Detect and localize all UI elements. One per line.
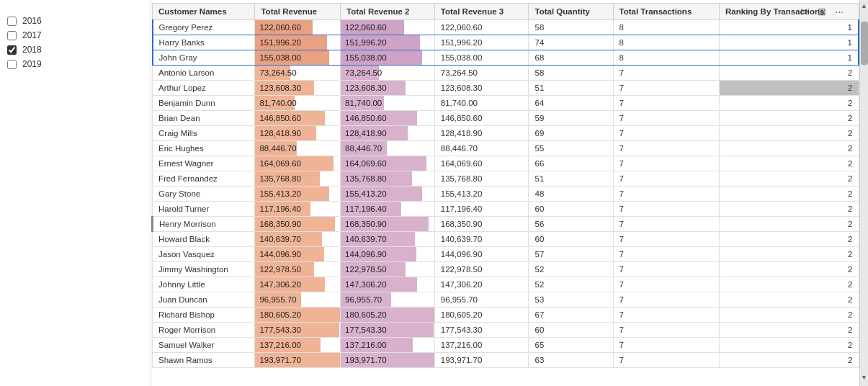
customer-name-cell: Craig Mills bbox=[153, 126, 255, 141]
total-revenue2-cell: 117,196.40 bbox=[341, 202, 435, 217]
scrollbar-thumb[interactable] bbox=[861, 22, 868, 65]
table-row: Jason Vasquez144,096.90144,096.90144,096… bbox=[153, 247, 859, 262]
total-revenue3-cell: 128,418.90 bbox=[434, 126, 529, 141]
total-revenue3-cell: 73,264.50 bbox=[434, 66, 529, 81]
total-transactions-cell: 8 bbox=[613, 35, 720, 50]
table-row: John Gray155,038.00155,038.00155,038.006… bbox=[153, 50, 859, 66]
total-transactions-cell: 8 bbox=[613, 20, 720, 35]
customer-name-cell: Ernest Wagner bbox=[153, 156, 255, 171]
col-header-total-revenue-2[interactable]: Total Revenue 2 bbox=[341, 4, 435, 20]
total-quantity-cell: 55 bbox=[529, 141, 613, 156]
total-transactions-cell: 7 bbox=[613, 66, 720, 81]
col-header-total-transactions[interactable]: Total Transactions bbox=[613, 4, 720, 20]
total-transactions-cell: 7 bbox=[613, 171, 720, 187]
total-revenue3-cell: 147,306.20 bbox=[434, 277, 529, 292]
total-revenue-cell: 180,605.20 bbox=[255, 308, 341, 323]
total-revenue3-cell: 155,413.20 bbox=[434, 187, 529, 202]
total-revenue3-cell: 144,096.90 bbox=[434, 247, 529, 262]
total-revenue-cell: 128,418.90 bbox=[255, 126, 341, 141]
vertical-scrollbar[interactable]: ▲ ▼ bbox=[859, 0, 868, 386]
ranking-cell: 2 bbox=[720, 232, 859, 247]
total-revenue3-cell: 140,639.70 bbox=[434, 232, 529, 247]
total-transactions-cell: 7 bbox=[613, 308, 720, 323]
total-transactions-cell: 7 bbox=[613, 338, 720, 353]
scroll-up-arrow[interactable]: ▲ bbox=[860, 0, 868, 12]
scroll-down-arrow[interactable]: ▼ bbox=[860, 372, 868, 383]
table-icon[interactable]: ⊞ bbox=[816, 4, 828, 19]
table-row: Shawn Ramos193,971.70193,971.70193,971.7… bbox=[153, 353, 859, 368]
checkbox-y2017[interactable] bbox=[7, 31, 17, 40]
col-header-total-revenue[interactable]: Total Revenue bbox=[255, 4, 341, 20]
table-row: Jimmy Washington122,978.50122,978.50122,… bbox=[153, 262, 859, 277]
total-transactions-cell: 7 bbox=[613, 111, 720, 126]
total-quantity-cell: 60 bbox=[529, 202, 613, 217]
total-revenue-cell: 193,971.70 bbox=[255, 353, 341, 368]
total-transactions-cell: 7 bbox=[613, 323, 720, 338]
checkbox-y2018[interactable] bbox=[7, 45, 17, 55]
customer-name-cell: Fred Fernandez bbox=[153, 171, 255, 187]
total-revenue3-cell: 117,196.40 bbox=[434, 202, 529, 217]
table-row: Samuel Walker137,216.00137,216.00137,216… bbox=[153, 338, 859, 353]
ranking-cell: 2 bbox=[720, 81, 859, 96]
data-table-wrapper[interactable]: Customer NamesTotal RevenueTotal Revenue… bbox=[151, 3, 859, 386]
toolbar: ⊳ ⊞ ··· bbox=[799, 4, 845, 19]
total-revenue2-cell: 135,768.80 bbox=[341, 171, 435, 187]
total-transactions-cell: 7 bbox=[613, 126, 720, 141]
main-content: ⊳ ⊞ ··· Customer NamesTotal RevenueTotal… bbox=[151, 0, 859, 386]
ranking-cell: 2 bbox=[720, 171, 859, 187]
ranking-cell: 2 bbox=[720, 187, 859, 202]
total-quantity-cell: 59 bbox=[529, 111, 613, 126]
ranking-cell: 2 bbox=[720, 262, 859, 277]
total-transactions-cell: 7 bbox=[613, 247, 720, 262]
year-label-y2017: 2017 bbox=[22, 30, 42, 40]
total-transactions-cell: 7 bbox=[613, 277, 720, 292]
total-revenue-cell: 155,413.20 bbox=[255, 187, 341, 202]
sidebar-item-y2018[interactable]: 2018 bbox=[7, 45, 143, 55]
ranking-cell: 1 bbox=[720, 50, 859, 66]
total-quantity-cell: 60 bbox=[529, 232, 613, 247]
total-revenue3-cell: 123,608.30 bbox=[434, 81, 529, 96]
sidebar-item-y2016[interactable]: 2016 bbox=[7, 16, 143, 26]
table-row: Benjamin Dunn81,740.0081,740.0081,740.00… bbox=[153, 96, 859, 111]
total-transactions-cell: 7 bbox=[613, 262, 720, 277]
ranking-cell: 2 bbox=[720, 338, 859, 353]
filter-icon[interactable]: ⊳ bbox=[799, 4, 810, 19]
total-revenue-cell: 164,069.60 bbox=[255, 156, 341, 171]
total-quantity-cell: 64 bbox=[529, 96, 613, 111]
ranking-cell: 2 bbox=[720, 292, 859, 308]
table-row: Juan Duncan96,955.7096,955.7096,955.7053… bbox=[153, 292, 859, 308]
total-revenue-cell: 88,446.70 bbox=[255, 141, 341, 156]
table-row: Harold Turner117,196.40117,196.40117,196… bbox=[153, 202, 859, 217]
customer-name-cell: Richard Bishop bbox=[153, 308, 255, 323]
total-transactions-cell: 7 bbox=[613, 156, 720, 171]
sidebar-item-y2017[interactable]: 2017 bbox=[7, 30, 143, 40]
total-revenue2-cell: 144,096.90 bbox=[341, 247, 435, 262]
customer-name-cell: Brian Dean bbox=[153, 111, 255, 126]
col-header-total-quantity[interactable]: Total Quantity bbox=[529, 4, 613, 20]
total-quantity-cell: 66 bbox=[529, 156, 613, 171]
ranking-cell: 1 bbox=[720, 35, 859, 50]
total-revenue3-cell: 96,955.70 bbox=[434, 292, 529, 308]
total-revenue-cell: 135,768.80 bbox=[255, 171, 341, 187]
total-transactions-cell: 7 bbox=[613, 353, 720, 368]
more-options-icon[interactable]: ··· bbox=[833, 4, 845, 19]
customer-name-cell: Shawn Ramos bbox=[153, 353, 255, 368]
customer-name-cell: Henry Morrison bbox=[153, 217, 255, 232]
total-revenue2-cell: 137,216.00 bbox=[341, 338, 435, 353]
total-quantity-cell: 65 bbox=[529, 338, 613, 353]
sidebar-item-y2019[interactable]: 2019 bbox=[7, 59, 143, 69]
total-revenue2-cell: 140,639.70 bbox=[341, 232, 435, 247]
total-revenue-cell: 123,608.30 bbox=[255, 81, 341, 96]
table-row: Henry Morrison168,350.90168,350.90168,35… bbox=[153, 217, 859, 232]
ranking-cell: 2 bbox=[720, 96, 859, 111]
ranking-cell: 2 bbox=[720, 66, 859, 81]
col-header-total-revenue-3[interactable]: Total Revenue 3 bbox=[434, 4, 529, 20]
total-revenue3-cell: 177,543.30 bbox=[434, 323, 529, 338]
col-header-customer-names[interactable]: Customer Names bbox=[153, 4, 255, 20]
customer-name-cell: Jason Vasquez bbox=[153, 247, 255, 262]
total-revenue3-cell: 146,850.60 bbox=[434, 111, 529, 126]
total-quantity-cell: 53 bbox=[529, 292, 613, 308]
checkbox-y2016[interactable] bbox=[7, 17, 17, 26]
total-revenue-cell: 96,955.70 bbox=[255, 292, 341, 308]
checkbox-y2019[interactable] bbox=[7, 60, 17, 69]
